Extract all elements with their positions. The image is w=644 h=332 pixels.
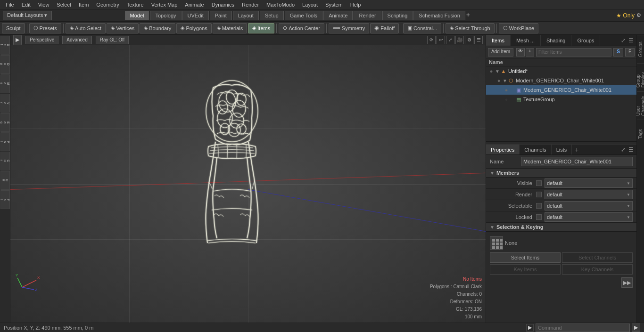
members-header[interactable]: ▼ Members — [486, 169, 636, 178]
sidebar-vertex[interactable]: Ver — [0, 94, 10, 113]
menu-view[interactable]: View — [34, 0, 53, 9]
locked-checkbox[interactable] — [536, 214, 542, 220]
menu-system[interactable]: System — [322, 0, 347, 9]
items-filter-F[interactable]: F — [625, 48, 635, 57]
select-channels-button[interactable]: Select Channels — [562, 252, 633, 263]
tab-mesh[interactable]: Mesh ... — [511, 35, 541, 46]
action-center-button[interactable]: ⊕ Action Center — [279, 23, 324, 33]
layout-tab-paint[interactable]: Paint — [210, 11, 232, 20]
layout-tab-topology[interactable]: Topology — [150, 11, 181, 20]
layout-tab-layout[interactable]: Layout — [233, 11, 259, 20]
far-tab-user-channels[interactable]: User Channels — [637, 91, 644, 120]
sidebar-edge[interactable]: Edg — [0, 113, 10, 132]
sidebar-poly[interactable]: Pol — [0, 132, 10, 151]
menu-vertex-map[interactable]: Vertex Map — [148, 0, 182, 9]
layout-dropdown[interactable]: Default Layouts ▾ — [3, 11, 52, 20]
layout-tab-setup[interactable]: Setup — [260, 11, 284, 20]
items-filter-S[interactable]: S — [613, 48, 623, 57]
tree-eye-untitled[interactable]: ● — [488, 68, 495, 74]
visible-dropdown[interactable]: default — [545, 178, 633, 188]
tree-item-chair-group[interactable]: ● ▼ ⬡ Modern_GENERICO_Chair_White001 — [486, 76, 636, 85]
render-checkbox[interactable] — [536, 192, 542, 197]
vertices-button[interactable]: ◈ Vertices — [107, 23, 139, 33]
viewport-ray-gl[interactable]: Ray GL: Off — [96, 36, 129, 44]
tab-channels[interactable]: Channels — [520, 145, 551, 154]
falloff-button[interactable]: ◉ Falloff — [370, 23, 399, 33]
viewport-advanced[interactable]: Advanced — [62, 36, 91, 44]
viewport-body[interactable]: X Y Z No Items Polygons : Catmull-Clark … — [10, 45, 486, 323]
viewport-ctrl-3[interactable]: ⤢ — [446, 36, 454, 44]
viewport-3d[interactable]: X Y Z No Items Polygons : Catmull-Clark … — [10, 45, 486, 323]
menu-item[interactable]: Item — [75, 0, 92, 9]
viewport-ctrl-6[interactable]: ☰ — [474, 36, 483, 44]
viewport-ctrl-5[interactable]: ⚙ — [465, 36, 473, 44]
menu-edit[interactable]: Edit — [18, 0, 34, 9]
command-submit[interactable]: ▶ — [632, 324, 640, 332]
tab-plus-icon[interactable]: + — [572, 146, 581, 154]
sidebar-deform[interactable]: Def — [0, 36, 10, 55]
key-channels-button[interactable]: Key Channels — [562, 264, 633, 275]
tab-items[interactable]: Items — [486, 35, 511, 46]
sidebar-curve[interactable]: Cur — [0, 152, 10, 170]
sel-keying-header[interactable]: ▼ Selection & Keying — [486, 223, 636, 232]
selectable-dropdown[interactable]: default — [545, 201, 633, 211]
workplane-button[interactable]: ⬡ WorkPlane — [499, 23, 539, 33]
key-items-button[interactable]: Key Items — [490, 264, 561, 275]
viewport-toggle[interactable]: ▶ — [13, 35, 22, 45]
viewport-ctrl-2[interactable]: ↩ — [437, 36, 445, 44]
tree-eye-chair-group[interactable]: ● — [495, 77, 502, 84]
layout-add-tab[interactable]: + — [466, 11, 470, 20]
menu-select[interactable]: Select — [53, 0, 75, 9]
layout-tab-scripting[interactable]: Scripting — [382, 11, 413, 20]
constraints-button[interactable]: ▣ Constrai... — [403, 23, 441, 33]
name-input[interactable] — [521, 157, 633, 166]
panel-expand-icon[interactable]: ⤢ — [620, 36, 627, 45]
sculpt-button[interactable]: Sculpt — [2, 23, 25, 33]
sidebar-duplicate[interactable]: Dup — [0, 55, 10, 74]
menu-maxtomodo[interactable]: MaxToModo — [263, 0, 298, 9]
tree-eye-texture[interactable]: ● — [503, 96, 510, 103]
items-eye-icon[interactable]: 👁 — [516, 48, 525, 57]
keying-dots[interactable] — [490, 236, 503, 250]
tree-arrow-chair-group[interactable]: ▼ — [502, 78, 508, 83]
layout-tab-game-tools[interactable]: Game Tools — [285, 11, 323, 20]
viewport-perspective[interactable]: Perspective — [25, 36, 58, 44]
menu-geometry[interactable]: Geometry — [92, 0, 123, 9]
viewport-ctrl-4[interactable]: 🎥 — [455, 36, 464, 44]
polygons-button[interactable]: ◈ Polygons — [176, 23, 211, 33]
tree-item-untitled[interactable]: ● ▼ ▲ Untitled* — [486, 66, 636, 76]
tree-arrow-texture[interactable]: ▶ — [510, 97, 515, 102]
tree-item-chair-mesh[interactable]: ● ▶ ▣ Modern_GENERICO_Chair_White001 — [486, 85, 636, 95]
sidebar-uv[interactable]: UV — [0, 171, 10, 190]
auto-select-button[interactable]: ◈ Auto Select — [66, 23, 106, 33]
settings-icon[interactable]: ⚙ — [636, 12, 641, 18]
tree-item-texture-group[interactable]: ● ▶ ▤ TextureGroup — [486, 95, 636, 104]
viewport-ctrl-1[interactable]: ⟳ — [427, 36, 436, 44]
items-button[interactable]: ◈ Items — [248, 23, 274, 33]
layout-tab-render[interactable]: Render — [354, 11, 381, 20]
command-icon[interactable]: ▶ — [526, 324, 534, 332]
far-tab-group-display[interactable]: Group Display — [637, 63, 644, 91]
menu-help[interactable]: Help — [347, 0, 365, 9]
layout-tab-uvedit[interactable]: UVEdit — [182, 11, 209, 20]
sidebar-falloff2[interactable]: Fal — [0, 190, 10, 209]
presets-button[interactable]: ⬡ Presets — [29, 23, 61, 33]
props-settings-icon[interactable]: ☰ — [627, 146, 635, 154]
tab-properties[interactable]: Properties — [486, 145, 520, 154]
menu-texture[interactable]: Texture — [123, 0, 148, 9]
far-tab-tags[interactable]: Tags — [637, 120, 644, 148]
layout-tab-schematic-fusion[interactable]: Schematic Fusion — [413, 11, 465, 20]
materials-button[interactable]: ◈ Materials — [213, 23, 248, 33]
selectable-checkbox[interactable] — [536, 203, 542, 209]
tree-arrow-untitled[interactable]: ▼ — [495, 69, 500, 74]
menu-animate[interactable]: Animate — [181, 0, 207, 9]
items-tree[interactable]: ● ▼ ▲ Untitled* ● ▼ ⬡ Modern_GENERICO_Ch… — [486, 66, 636, 141]
far-tab-groups[interactable]: Groups — [637, 35, 644, 63]
add-item-button[interactable]: Add Item — [488, 48, 513, 57]
items-add-icon[interactable]: + — [526, 48, 534, 57]
panel-settings-icon[interactable]: ☰ — [627, 36, 635, 45]
sidebar-mesh[interactable]: Mes — [0, 74, 10, 93]
command-input[interactable] — [536, 324, 630, 332]
tab-shading[interactable]: Shading — [541, 35, 571, 46]
layout-tab-model[interactable]: Model — [125, 11, 149, 20]
